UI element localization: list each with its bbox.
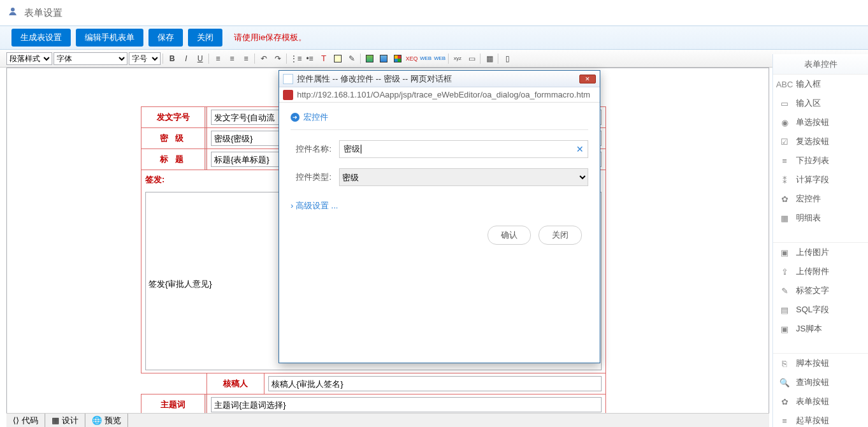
side-item-icon: ✎ [779, 286, 790, 296]
side-item-label: 查询按钮 [796, 377, 829, 388]
side-item-脚本按钮[interactable]: ⎘脚本按钮 [773, 354, 868, 373]
side-item-明细表[interactable]: ▦明细表 [773, 208, 868, 228]
numbered-list-icon[interactable]: ⋮≡ [289, 53, 302, 64]
page-icon[interactable]: ▯ [501, 53, 514, 64]
align-right-icon[interactable]: ≡ [240, 53, 252, 64]
controls-panel: 表单控件 ABC输入框▭输入区◉单选按钮☑复选按钮≡下拉列表⁑计算字段✿宏控件▦… [772, 54, 868, 427]
bullet-list-icon[interactable]: •≡ [303, 53, 316, 64]
title-label: 标 题 [141, 149, 205, 170]
bold-icon[interactable]: B [166, 53, 178, 64]
align-center-icon[interactable]: ≡ [226, 53, 238, 64]
side-item-SQL字段[interactable]: ▤SQL字段 [773, 300, 868, 319]
side-item-标签文字[interactable]: ✎标签文字 [773, 281, 868, 300]
side-divider [773, 228, 868, 243]
generate-table-button[interactable]: 生成表设置 [11, 29, 71, 47]
underline-icon[interactable]: U [194, 53, 206, 64]
table-icon[interactable]: ▦ [483, 53, 496, 64]
code-icon[interactable]: xyz [451, 53, 464, 64]
side-item-输入区[interactable]: ▭输入区 [773, 94, 868, 113]
side-item-label: 上传附件 [796, 266, 829, 277]
italic-icon[interactable]: I [180, 53, 192, 64]
control-properties-dialog: 控件属性 -- 修改控件 -- 密级 -- 网页对话框 ✕ http://192… [278, 70, 600, 363]
control-name-label: 控件名称: [291, 143, 331, 155]
side-item-label: 输入框 [796, 78, 821, 90]
side-item-上传图片[interactable]: ▣上传图片 [773, 243, 868, 262]
side-item-icon: ▤ [779, 305, 790, 315]
side-item-icon: ▦ [779, 213, 790, 223]
side-item-label: 起草按钮 [796, 415, 829, 426]
side-item-icon: ◉ [779, 117, 790, 127]
clear-input-icon[interactable]: ✕ [576, 144, 584, 154]
side-item-label: 计算字段 [796, 174, 829, 185]
font-size-select[interactable]: 字号 [129, 52, 161, 65]
dialog-section-head: ➜ 宏控件 [291, 112, 588, 130]
dialog-titlebar[interactable]: 控件属性 -- 修改控件 -- 密级 -- 网页对话框 ✕ [279, 71, 600, 87]
dialog-close-x[interactable]: ✕ [579, 75, 596, 83]
web2-icon[interactable]: WEB [433, 53, 446, 64]
brush-icon[interactable]: ✎ [345, 53, 358, 64]
advanced-settings-link[interactable]: › 高级设置 ... [291, 200, 338, 212]
dialog-close-button[interactable]: 关闭 [539, 226, 582, 245]
side-item-label: 表单按钮 [796, 396, 829, 407]
undo-icon[interactable]: ↶ [257, 53, 270, 64]
page-title: 表单设置 [24, 7, 62, 19]
side-item-label: 宏控件 [796, 193, 821, 205]
side-item-icon: ⇪ [779, 266, 790, 277]
side-item-icon: ✿ [779, 396, 790, 407]
view-tabs: ⟨⟩代码 ▦设计 🌐预览 [6, 413, 769, 427]
side-item-上传附件[interactable]: ⇪上传附件 [773, 262, 868, 281]
dialog-url-text: http://192.168.1.101/OAapp/jsp/trace_eWe… [297, 90, 590, 99]
controls-panel-title: 表单控件 [773, 54, 868, 75]
paragraph-style-select[interactable]: 段落样式 [6, 52, 52, 65]
side-item-icon: ✿ [779, 194, 790, 204]
side-item-label: 复选按钮 [796, 136, 829, 147]
side-item-label: SQL字段 [796, 304, 829, 315]
side-item-单选按钮[interactable]: ◉单选按钮 [773, 113, 868, 132]
side-item-icon: ☑ [779, 136, 790, 147]
side-item-查询按钮[interactable]: 🔍查询按钮 [773, 373, 868, 392]
design-tab-icon: ▦ [52, 416, 59, 425]
side-item-icon: ▭ [779, 98, 790, 108]
image2-icon[interactable] [377, 53, 390, 64]
align-left-icon[interactable]: ≡ [212, 53, 224, 64]
drafter-field[interactable]: 核稿人{审批人签名} [268, 376, 602, 391]
preview-tab-icon: 🌐 [92, 416, 102, 425]
select-icon[interactable]: ▭ [465, 53, 478, 64]
close-button[interactable]: 关闭 [188, 29, 222, 47]
tab-preview[interactable]: 🌐预览 [85, 414, 128, 427]
bg-color-icon[interactable] [331, 53, 344, 64]
font-family-select[interactable]: 字体 [54, 52, 127, 65]
side-item-JS脚本[interactable]: ▣JS脚本 [773, 319, 868, 338]
side-item-icon: ⁑ [779, 175, 790, 185]
redo-icon[interactable]: ↷ [271, 53, 284, 64]
subject-field[interactable]: 主题词{主题词选择} [211, 397, 602, 412]
image-icon[interactable] [363, 53, 376, 64]
dialog-confirm-button[interactable]: 确认 [488, 226, 531, 245]
edit-mobile-form-button[interactable]: 编辑手机表单 [76, 29, 143, 47]
side-item-表单按钮[interactable]: ✿表单按钮 [773, 392, 868, 411]
side-item-下拉列表[interactable]: ≡下拉列表 [773, 151, 868, 170]
side-item-icon: ▣ [779, 247, 790, 257]
tab-design[interactable]: ▦设计 [45, 414, 85, 427]
side-item-label: 单选按钮 [796, 117, 829, 128]
tab-code[interactable]: ⟨⟩代码 [6, 414, 45, 427]
form-icon [6, 6, 19, 19]
drafter-label: 核稿人 [207, 373, 264, 394]
save-button[interactable]: 保存 [148, 29, 183, 47]
side-item-计算字段[interactable]: ⁑计算字段 [773, 170, 868, 189]
control-type-select[interactable]: 密级 [339, 168, 588, 186]
side-item-icon: ABC [779, 79, 790, 89]
ext1-icon[interactable]: XEQ [405, 53, 418, 64]
control-name-input[interactable]: 密级 ✕ [339, 140, 588, 158]
windows-icon[interactable] [391, 53, 404, 64]
side-item-复选按钮[interactable]: ☑复选按钮 [773, 132, 868, 151]
web-icon[interactable]: WEB [419, 53, 432, 64]
side-item-label: JS脚本 [796, 323, 822, 335]
side-item-宏控件[interactable]: ✿宏控件 [773, 189, 868, 208]
side-item-起草按钮[interactable]: ≡起草按钮 [773, 411, 868, 427]
dialog-url-bar: http://192.168.1.101/OAapp/jsp/trace_eWe… [279, 87, 600, 103]
side-item-icon: ⎘ [779, 358, 790, 368]
text-color-icon[interactable]: T [317, 53, 330, 64]
side-item-label: 下拉列表 [796, 155, 829, 166]
side-item-输入框[interactable]: ABC输入框 [773, 75, 868, 94]
